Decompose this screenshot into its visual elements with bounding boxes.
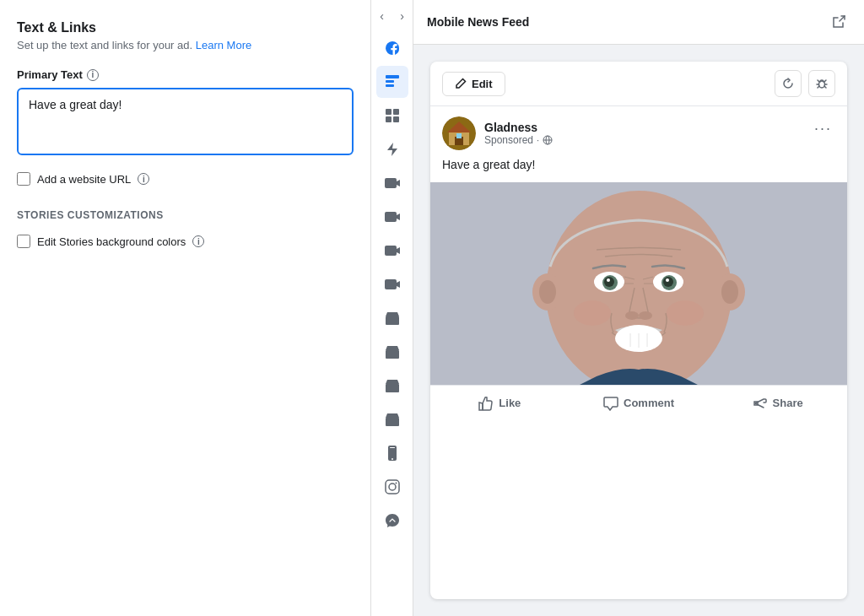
share-button[interactable]: Share — [708, 389, 847, 418]
svg-marker-11 — [397, 213, 400, 220]
external-link-icon[interactable] — [827, 10, 850, 34]
svg-marker-9 — [397, 180, 400, 186]
lightning-strip-icon[interactable] — [376, 133, 408, 165]
learn-more-link[interactable]: Learn More — [196, 39, 251, 51]
add-url-row: Add a website URL i — [17, 172, 354, 186]
icon-strip: ‹ › — [371, 0, 413, 616]
store-strip-icon-3[interactable] — [376, 370, 408, 402]
post-text: Have a great day! — [430, 157, 847, 182]
primary-text-label: Primary Text i — [17, 68, 354, 81]
svg-marker-7 — [387, 143, 397, 156]
preview-header: Mobile News Feed — [413, 0, 864, 45]
svg-point-48 — [607, 278, 610, 282]
svg-rect-35 — [456, 133, 462, 138]
right-panel: Mobile News Feed Edit — [413, 0, 864, 616]
mobile-strip-icon[interactable] — [376, 437, 408, 469]
video-strip-icon-2[interactable] — [376, 201, 408, 233]
stories-info-icon[interactable]: i — [192, 235, 204, 247]
panel-title: Text & Links — [17, 20, 354, 35]
primary-text-input[interactable]: Have a great day! — [17, 88, 354, 155]
svg-point-61 — [721, 280, 738, 304]
comment-button[interactable]: Comment — [570, 389, 709, 418]
svg-rect-17 — [390, 319, 395, 323]
facebook-strip-icon[interactable] — [376, 32, 408, 64]
svg-point-57 — [667, 300, 704, 326]
avatar — [442, 116, 476, 150]
video-strip-icon-4[interactable] — [376, 268, 408, 300]
post-sponsored: Sponsored · — [484, 134, 553, 146]
svg-rect-19 — [390, 353, 395, 357]
svg-point-49 — [666, 278, 669, 282]
svg-rect-21 — [390, 386, 395, 391]
panel-subtitle: Set up the text and links for your ad. L… — [17, 39, 354, 51]
post-actions: Like Comment Share — [430, 385, 847, 421]
svg-rect-0 — [386, 75, 399, 78]
svg-rect-2 — [386, 84, 394, 87]
instagram-strip-icon[interactable] — [376, 471, 408, 503]
nav-arrows: ‹ › — [373, 7, 412, 25]
toolbar-right — [775, 70, 835, 97]
store-strip-icon-1[interactable] — [376, 302, 408, 334]
preview-area: Edit — [413, 45, 864, 616]
next-arrow[interactable]: › — [393, 7, 412, 25]
newsfeed-strip-icon[interactable] — [376, 66, 408, 98]
like-label: Like — [499, 397, 521, 409]
store-strip-icon-4[interactable] — [376, 403, 408, 435]
svg-point-28 — [389, 484, 396, 490]
stories-section-header: Stories Customizations — [17, 209, 354, 221]
svg-point-51 — [639, 311, 652, 320]
svg-rect-27 — [386, 480, 399, 494]
post-image — [430, 182, 847, 385]
svg-point-56 — [574, 300, 611, 326]
video-strip-icon-3[interactable] — [376, 235, 408, 267]
store-strip-icon-2[interactable] — [376, 336, 408, 368]
left-panel: Text & Links Set up the text and links f… — [0, 0, 371, 616]
share-label: Share — [773, 397, 803, 409]
edit-stories-row: Edit Stories background colors i — [17, 235, 354, 248]
svg-rect-25 — [390, 447, 395, 448]
svg-point-26 — [392, 458, 393, 460]
preview-title: Mobile News Feed — [427, 15, 529, 29]
comment-label: Comment — [624, 397, 674, 409]
prev-arrow[interactable]: ‹ — [373, 7, 392, 25]
edit-stories-checkbox[interactable] — [17, 235, 30, 248]
messenger-strip-icon[interactable] — [376, 505, 408, 537]
add-url-checkbox[interactable] — [17, 172, 30, 186]
like-button[interactable]: Like — [430, 389, 570, 418]
svg-rect-1 — [386, 80, 394, 83]
post-page-name: Gladness — [484, 121, 553, 134]
post-header-left: Gladness Sponsored · — [442, 116, 553, 150]
more-options-button[interactable]: ··· — [811, 116, 835, 141]
feed-strip-icon[interactable] — [376, 100, 408, 132]
refresh-button[interactable] — [775, 70, 802, 97]
add-url-label[interactable]: Add a website URL — [37, 173, 131, 186]
svg-rect-4 — [393, 109, 399, 115]
svg-marker-13 — [397, 247, 400, 254]
svg-rect-10 — [385, 212, 397, 222]
post-identity: Gladness Sponsored · — [484, 121, 553, 146]
primary-text-info-icon[interactable]: i — [87, 69, 99, 81]
svg-marker-15 — [397, 281, 400, 288]
svg-point-46 — [604, 277, 614, 287]
url-info-icon[interactable]: i — [138, 173, 149, 185]
svg-rect-14 — [385, 279, 397, 289]
svg-point-47 — [663, 277, 673, 287]
svg-rect-12 — [385, 246, 397, 256]
svg-point-60 — [539, 280, 556, 304]
video-strip-icon-1[interactable] — [376, 167, 408, 199]
bug-button[interactable] — [808, 70, 835, 97]
globe-icon: · — [537, 135, 539, 145]
preview-card: Edit — [430, 62, 847, 599]
svg-rect-23 — [390, 420, 395, 424]
edit-stories-label[interactable]: Edit Stories background colors — [37, 235, 186, 248]
svg-rect-6 — [393, 116, 399, 122]
svg-rect-8 — [385, 178, 397, 188]
svg-rect-3 — [386, 109, 392, 115]
svg-point-50 — [625, 311, 639, 320]
post-header: Gladness Sponsored · ··· — [430, 106, 847, 157]
card-toolbar: Edit — [430, 62, 847, 106]
edit-button[interactable]: Edit — [442, 72, 505, 96]
svg-point-29 — [395, 483, 397, 484]
svg-rect-5 — [386, 116, 392, 122]
